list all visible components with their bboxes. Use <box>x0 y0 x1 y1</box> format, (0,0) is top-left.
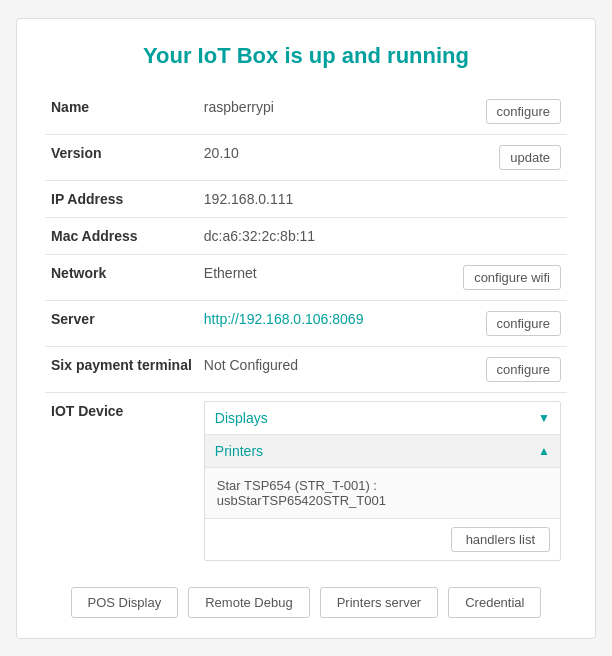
displays-arrow-icon: ▼ <box>538 411 550 425</box>
handlers-list-button[interactable]: handlers list <box>451 527 550 552</box>
page-title: Your IoT Box is up and running <box>45 43 567 69</box>
action-payment: configure <box>423 346 567 392</box>
row-ip: IP Address 192.168.0.111 <box>45 180 567 217</box>
printers-arrow-icon: ▲ <box>538 444 550 458</box>
iot-inner: Displays ▼ Printers ▲ Star TSP654 (STR_T… <box>204 401 561 561</box>
row-version: Version 20.10 update <box>45 134 567 180</box>
label-ip: IP Address <box>45 180 198 217</box>
remote-debug-button[interactable]: Remote Debug <box>188 587 309 618</box>
configure-wifi-button[interactable]: configure wifi <box>463 265 561 290</box>
configure-name-button[interactable]: configure <box>486 99 561 124</box>
value-ip: 192.168.0.111 <box>198 180 423 217</box>
credential-button[interactable]: Credential <box>448 587 541 618</box>
info-table: Name raspberrypi configure Version 20.10… <box>45 89 567 569</box>
handlers-row: handlers list <box>205 519 560 560</box>
main-card: Your IoT Box is up and running Name rasp… <box>16 18 596 639</box>
value-network: Ethernet <box>198 254 423 300</box>
action-network: configure wifi <box>423 254 567 300</box>
configure-payment-button[interactable]: configure <box>486 357 561 382</box>
label-payment: Six payment terminal <box>45 346 198 392</box>
detail-line1: Star TSP654 (STR_T-001) : <box>217 478 548 493</box>
label-mac: Mac Address <box>45 217 198 254</box>
iot-device-container: Displays ▼ Printers ▲ Star TSP654 (STR_T… <box>198 392 567 569</box>
action-version: update <box>423 134 567 180</box>
row-server: Server http://192.168.0.106:8069 configu… <box>45 300 567 346</box>
row-network: Network Ethernet configure wifi <box>45 254 567 300</box>
row-name: Name raspberrypi configure <box>45 89 567 135</box>
row-iot: IOT Device Displays ▼ Printers ▲ Star TS… <box>45 392 567 569</box>
label-iot: IOT Device <box>45 392 198 569</box>
label-name: Name <box>45 89 198 135</box>
pos-display-button[interactable]: POS Display <box>71 587 179 618</box>
detail-line2: usbStarTSP65420STR_T001 <box>217 493 548 508</box>
value-payment: Not Configured <box>198 346 423 392</box>
label-network: Network <box>45 254 198 300</box>
label-version: Version <box>45 134 198 180</box>
server-link[interactable]: http://192.168.0.106:8069 <box>204 311 364 327</box>
displays-label: Displays <box>215 410 268 426</box>
row-payment: Six payment terminal Not Configured conf… <box>45 346 567 392</box>
value-name: raspberrypi <box>198 89 423 135</box>
action-mac <box>423 217 567 254</box>
action-name: configure <box>423 89 567 135</box>
printers-server-button[interactable]: Printers server <box>320 587 439 618</box>
label-server: Server <box>45 300 198 346</box>
value-mac: dc:a6:32:2c:8b:11 <box>198 217 423 254</box>
action-ip <box>423 180 567 217</box>
printers-row[interactable]: Printers ▲ <box>205 435 560 468</box>
update-button[interactable]: update <box>499 145 561 170</box>
printers-label: Printers <box>215 443 263 459</box>
displays-row[interactable]: Displays ▼ <box>205 402 560 435</box>
action-server: configure <box>423 300 567 346</box>
value-version: 20.10 <box>198 134 423 180</box>
device-detail: Star TSP654 (STR_T-001) : usbStarTSP6542… <box>205 468 560 519</box>
configure-server-button[interactable]: configure <box>486 311 561 336</box>
value-server: http://192.168.0.106:8069 <box>198 300 423 346</box>
row-mac: Mac Address dc:a6:32:2c:8b:11 <box>45 217 567 254</box>
bottom-buttons: POS Display Remote Debug Printers server… <box>45 587 567 618</box>
